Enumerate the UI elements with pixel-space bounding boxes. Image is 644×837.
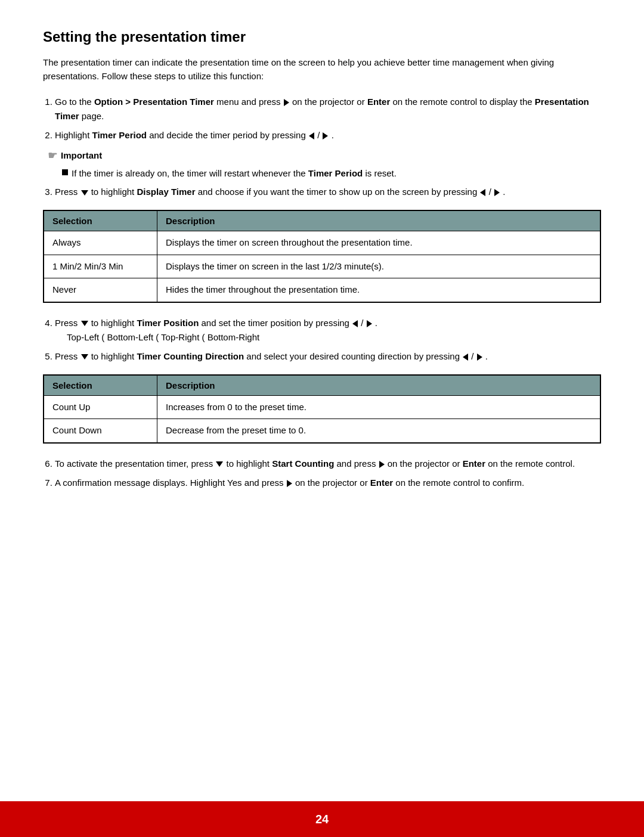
table2-row2-description: Decrease from the preset time to 0.	[157, 419, 600, 443]
triangle-right-icon-s4	[367, 320, 372, 327]
table1-row2-selection: 1 Min/2 Min/3 Min	[44, 255, 157, 278]
important-content-list: If the timer is already on, the timer wi…	[62, 167, 601, 181]
table-row: Count Up Increases from 0 to the preset …	[44, 395, 600, 419]
table1-row2-description: Displays the timer on screen in the last…	[157, 255, 600, 278]
table-row: Always Displays the timer on screen thro…	[44, 231, 600, 255]
triangle-left-icon-s2	[309, 132, 314, 140]
important-box: ☛ Important If the timer is already on, …	[43, 147, 601, 180]
triangle-right-icon-s7	[287, 480, 292, 487]
table1-header-description: Description	[157, 211, 600, 231]
triangle-right-icon-s2	[323, 132, 328, 140]
step-4-subtext: Top-Left ( Bottom-Left ( Top-Right ( Bot…	[67, 332, 259, 342]
triangle-down-icon-s5	[81, 354, 88, 359]
important-item-1-text: If the timer is already on, the timer wi…	[72, 167, 397, 181]
table2-row1-selection: Count Up	[44, 395, 157, 419]
step-6: To activate the presentation timer, pres…	[55, 457, 601, 471]
table2-row2-selection: Count Down	[44, 419, 157, 443]
page-footer: 24	[0, 801, 644, 837]
table1-row3-selection: Never	[44, 278, 157, 302]
step-1-text: Go to the Option > Presentation Timer me…	[55, 97, 589, 121]
note-icon: ☛	[48, 147, 57, 165]
table1-row3-description: Hides the timer throughout the presentat…	[157, 278, 600, 302]
triangle-down-icon-s3	[81, 190, 88, 196]
step-3: Press to highlight Display Timer and cho…	[55, 185, 601, 199]
triangle-left-icon-s4	[352, 320, 358, 327]
step-1: Go to the Option > Presentation Timer me…	[55, 95, 601, 123]
table-1: Selection Description Always Displays th…	[43, 210, 601, 303]
triangle-right-icon-s6	[379, 461, 385, 468]
step-3-text: Press to highlight Display Timer and cho…	[55, 187, 505, 197]
triangle-down-icon-s4	[81, 321, 88, 326]
table1-row1-description: Displays the timer on screen throughout …	[157, 231, 600, 255]
step-4-text: Press to highlight Timer Position and se…	[55, 318, 377, 328]
table2-row1-description: Increases from 0 to the preset time.	[157, 395, 600, 419]
table1-row1-selection: Always	[44, 231, 157, 255]
page-title: Setting the presentation timer	[43, 29, 601, 45]
page-number: 24	[315, 813, 329, 826]
step-4: Press to highlight Timer Position and se…	[55, 316, 601, 345]
table2-header-description: Description	[157, 375, 600, 395]
step-2-text: Highlight Timer Period and decide the ti…	[55, 130, 334, 140]
table1-header-selection: Selection	[44, 211, 157, 231]
steps-list: Go to the Option > Presentation Timer me…	[55, 95, 601, 199]
step-2: Highlight Timer Period and decide the ti…	[55, 128, 601, 142]
steps-list-continued: Press to highlight Timer Position and se…	[55, 316, 601, 364]
table-row: Never Hides the timer throughout the pre…	[44, 278, 600, 302]
important-label: Important	[61, 148, 102, 163]
triangle-down-icon-s6	[216, 461, 223, 467]
triangle-right-icon-s5	[477, 354, 482, 361]
table-row: Count Down Decrease from the preset time…	[44, 419, 600, 443]
triangle-right-icon-s3	[494, 189, 500, 196]
important-item-1: If the timer is already on, the timer wi…	[62, 167, 601, 181]
step-5-text: Press to highlight Timer Counting Direct…	[55, 351, 488, 361]
step-5: Press to highlight Timer Counting Direct…	[55, 349, 601, 364]
table-2: Selection Description Count Up Increases…	[43, 374, 601, 444]
step-7: A confirmation message displays. Highlig…	[55, 476, 601, 490]
table-row: 1 Min/2 Min/3 Min Displays the timer on …	[44, 255, 600, 278]
table2-header-selection: Selection	[44, 375, 157, 395]
intro-paragraph: The presentation timer can indicate the …	[43, 56, 601, 83]
important-header: ☛ Important	[48, 147, 601, 165]
triangle-left-icon-s5	[463, 354, 468, 361]
steps-list-final: To activate the presentation timer, pres…	[55, 457, 601, 490]
bullet-icon	[62, 169, 68, 175]
step-6-text: To activate the presentation timer, pres…	[55, 458, 575, 469]
step-7-text: A confirmation message displays. Highlig…	[55, 478, 524, 488]
triangle-right-icon	[284, 99, 289, 106]
triangle-left-icon-s3	[480, 189, 485, 196]
